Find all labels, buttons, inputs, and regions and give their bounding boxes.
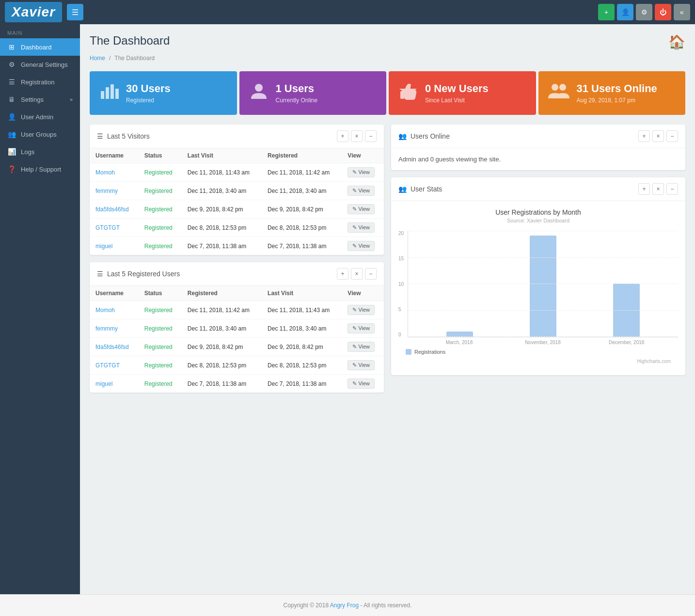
user-button[interactable]: 👤 <box>617 4 633 20</box>
breadcrumb-home-link[interactable]: Home <box>90 55 105 62</box>
list-icon: ☰ <box>97 132 103 140</box>
sidebar-item-logs[interactable]: 📊 Logs <box>0 143 80 160</box>
reg-username: miguel <box>90 375 139 393</box>
user-stats-controls: + × − <box>638 183 678 195</box>
last5visitors-panel: ☰ Last 5 Visitors + × − Username <box>90 125 384 255</box>
svg-rect-2 <box>111 84 114 99</box>
top-nav: Xavier ☰ + 👤 ⚙ ⏻ « <box>0 0 695 24</box>
panel-expand-button2[interactable]: + <box>337 268 348 280</box>
sidebar-item-registration[interactable]: ☰ Registration <box>0 73 80 91</box>
panel-minimize-button4[interactable]: − <box>666 183 678 195</box>
sidebar-item-user-admin[interactable]: 👤 User Admin <box>0 108 80 126</box>
home-button[interactable]: 🏠 <box>668 34 685 50</box>
panel-close-button3[interactable]: × <box>652 130 664 142</box>
stat-card-new-users: 0 New Users Since Last Visit <box>389 71 536 115</box>
panel-minimize-button2[interactable]: − <box>365 268 377 280</box>
user-stats-icon: 👥 <box>398 185 407 193</box>
visitor-registered: Dec 7, 2018, 11:38 am <box>262 237 342 255</box>
power-button[interactable]: ⏻ <box>655 4 671 20</box>
view-button[interactable]: ✎ View <box>348 222 375 233</box>
visitor-view: ✎ View <box>342 237 384 255</box>
last5visitors-header: ☰ Last 5 Visitors + × − <box>90 125 384 148</box>
sidebar-item-help-support[interactable]: ❓ Help / Support <box>0 160 80 178</box>
add-button[interactable]: + <box>598 4 615 20</box>
sidebar-item-general-settings[interactable]: ⚙ General Settings <box>0 56 80 73</box>
chart-credit: Highcharts.com <box>398 359 678 368</box>
view-button2[interactable]: ✎ View <box>348 342 375 352</box>
users-online-message: Admin and 0 guests viewing the site. <box>391 148 685 170</box>
panel-close-button2[interactable]: × <box>351 268 363 280</box>
view-button2[interactable]: ✎ View <box>348 379 375 389</box>
gear-icon: ⚙ <box>641 8 648 16</box>
panel-expand-button[interactable]: + <box>337 130 348 142</box>
reg-status: Registered <box>139 301 182 319</box>
view-button[interactable]: ✎ View <box>348 167 375 177</box>
grid-line-20 <box>408 231 678 231</box>
reg-username: Momoh <box>90 301 139 319</box>
reg-status: Registered <box>139 319 182 338</box>
sidebar-item-dashboard[interactable]: ⊞ Dashboard <box>0 38 80 56</box>
footer-suffix: - All rights reserved. <box>360 602 411 609</box>
settings-button[interactable]: ⚙ <box>636 4 652 20</box>
visitor-view: ✎ View <box>342 163 384 182</box>
y-label-15: 15 <box>398 256 404 261</box>
list-icon2: ☰ <box>97 270 103 278</box>
visitor-view: ✎ View <box>342 200 384 219</box>
footer-link[interactable]: Angry Frog <box>330 602 359 609</box>
general-settings-icon: ⚙ <box>7 61 16 68</box>
col-registered2: Registered <box>182 286 262 301</box>
panel-close-button[interactable]: × <box>351 130 363 142</box>
panel-close-button4[interactable]: × <box>652 183 664 195</box>
panel-minimize-button[interactable]: − <box>365 130 377 142</box>
sidebar-item-user-groups[interactable]: 👥 User Groups <box>0 126 80 143</box>
visitor-registered: Dec 9, 2018, 8:42 pm <box>262 200 342 219</box>
visitor-status: Registered <box>139 163 182 182</box>
x-label-november: November, 2018 <box>501 340 585 345</box>
view-button2[interactable]: ✎ View <box>348 360 375 370</box>
visitor-username: Momoh <box>90 163 139 182</box>
help-icon: ❓ <box>7 165 16 173</box>
stat-card-total-users-info: 30 Users Registered <box>126 82 227 104</box>
svg-rect-5 <box>400 91 404 99</box>
reg-username: fda5fds46fsd <box>90 338 139 356</box>
chart-title: User Registrations by Month <box>398 208 678 216</box>
sidebar-item-label-user-admin: User Admin <box>21 113 53 121</box>
breadcrumb: Home / The Dashboard <box>90 55 685 62</box>
chart-bars <box>408 231 678 337</box>
chart-legend: Registrations <box>398 345 678 359</box>
view-button2[interactable]: ✎ View <box>348 323 375 333</box>
users-online-header: 👥 Users Online + × − <box>391 125 685 148</box>
bar-chart-icon <box>99 81 119 105</box>
view-button[interactable]: ✎ View <box>348 241 375 251</box>
reg-username: femmmy <box>90 319 139 338</box>
collapse-button[interactable]: « <box>674 4 690 20</box>
power-icon: ⏻ <box>660 8 666 16</box>
table-row: femmmy Registered Dec 11, 2018, 3:40 am … <box>90 182 384 200</box>
user-stats-title-text: User Stats <box>411 185 442 193</box>
view-button2[interactable]: ✎ View <box>348 305 375 315</box>
hamburger-button[interactable]: ☰ <box>67 4 83 20</box>
panel-expand-button4[interactable]: + <box>638 183 650 195</box>
reg-last-visit: Dec 11, 2018, 3:40 am <box>262 319 342 338</box>
footer: Copyright © 2018 Angry Frog - All rights… <box>0 594 695 616</box>
visitor-status: Registered <box>139 200 182 219</box>
reg-username: GTGTGT <box>90 356 139 375</box>
view-button[interactable]: ✎ View <box>348 204 375 214</box>
reg-view: ✎ View <box>342 338 384 356</box>
online-users-number: 1 Users <box>276 82 377 95</box>
chevron-right-icon: » <box>70 96 73 102</box>
user-stats-header: 👥 User Stats + × − <box>391 177 685 201</box>
y-label-5: 5 <box>398 307 404 312</box>
sidebar: MAIN ⊞ Dashboard ⚙ General Settings ☰ Re… <box>0 24 80 594</box>
panel-minimize-button3[interactable]: − <box>666 130 678 142</box>
view-button[interactable]: ✎ View <box>348 186 375 196</box>
home-icon: 🏠 <box>668 34 685 49</box>
sidebar-item-settings[interactable]: 🖥 Settings » <box>0 91 80 108</box>
logs-icon: 📊 <box>7 148 16 156</box>
x-label-march: March, 2018 <box>417 340 501 345</box>
reg-registered: Dec 11, 2018, 11:42 am <box>182 301 262 319</box>
panel-expand-button3[interactable]: + <box>638 130 650 142</box>
user-icon: 👤 <box>621 8 630 16</box>
chart-right-area: March, 2018 November, 2018 December, 201… <box>408 231 678 345</box>
page-header: The Dashboard 🏠 <box>90 34 685 50</box>
